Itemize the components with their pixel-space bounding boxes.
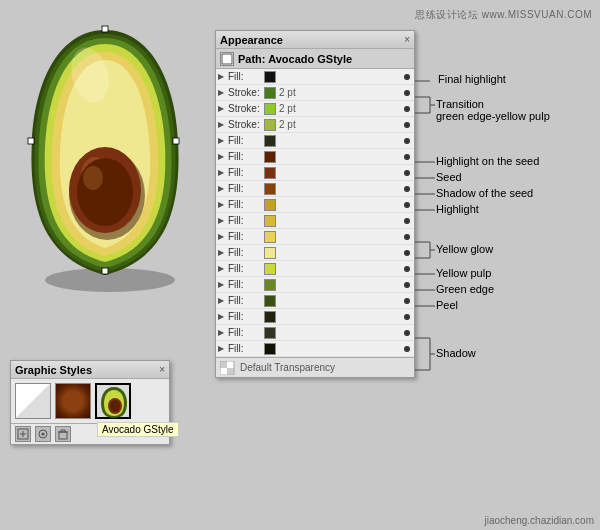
row-arrow-18: ▶ xyxy=(218,344,228,353)
appearance-row-15[interactable]: ▶ Fill: xyxy=(216,293,414,309)
svg-rect-8 xyxy=(28,138,34,144)
row-dot-6 xyxy=(404,154,410,160)
label-highlight-seed: Highlight on the seed xyxy=(436,155,539,167)
appearance-row-17[interactable]: ▶ Fill: xyxy=(216,325,414,341)
row-arrow-9: ▶ xyxy=(218,200,228,209)
row-dot-15 xyxy=(404,298,410,304)
row-dot-12 xyxy=(404,250,410,256)
row-label-18: Fill: xyxy=(228,343,264,354)
row-label-12: Fill: xyxy=(228,247,264,258)
row-arrow-13: ▶ xyxy=(218,264,228,273)
label-text-green-edge2: Green edge xyxy=(436,283,494,295)
appearance-row-1[interactable]: ▶ Fill: xyxy=(216,69,414,85)
svg-point-4 xyxy=(77,158,133,226)
new-style-icon[interactable] xyxy=(15,426,31,442)
svg-rect-20 xyxy=(227,361,234,368)
label-final-highlight: Final highlight xyxy=(436,73,508,85)
row-arrow-7: ▶ xyxy=(218,168,228,177)
label-text-peel: Peel xyxy=(436,299,458,311)
row-label-7: Fill: xyxy=(228,167,264,178)
label-text-seed: Seed xyxy=(436,171,462,183)
svg-rect-10 xyxy=(173,138,179,144)
row-swatch-4 xyxy=(264,119,276,131)
row-arrow-11: ▶ xyxy=(218,232,228,241)
label-text-final-highlight: Final highlight xyxy=(436,73,508,85)
appearance-row-11[interactable]: ▶ Fill: xyxy=(216,229,414,245)
row-swatch-2 xyxy=(264,87,276,99)
row-value-4: 2 pt xyxy=(279,119,296,130)
label-text-shadow: Shadow xyxy=(436,347,476,359)
label-transition: Transition green edge-yellow pulp xyxy=(436,98,550,122)
row-swatch-17 xyxy=(264,327,276,339)
row-swatch-8 xyxy=(264,183,276,195)
row-label-14: Fill: xyxy=(228,279,264,290)
appearance-row-2[interactable]: ▶ Stroke: 2 pt xyxy=(216,85,414,101)
row-arrow-12: ▶ xyxy=(218,248,228,257)
style-swatch-2[interactable] xyxy=(55,383,91,419)
row-swatch-1 xyxy=(264,71,276,83)
appearance-row-9[interactable]: ▶ Fill: xyxy=(216,197,414,213)
svg-rect-18 xyxy=(220,361,227,368)
row-label-5: Fill: xyxy=(228,135,264,146)
row-swatch-11 xyxy=(264,231,276,243)
appearance-close-button[interactable]: × xyxy=(404,34,410,45)
appearance-row-7[interactable]: ▶ Fill: xyxy=(216,165,414,181)
row-swatch-18 xyxy=(264,343,276,355)
appearance-row-13[interactable]: ▶ Fill: xyxy=(216,261,414,277)
appearance-row-16[interactable]: ▶ Fill: xyxy=(216,309,414,325)
graphic-styles-panel: Graphic Styles × Avocado GStyle xyxy=(10,360,170,445)
graphic-styles-close-button[interactable]: × xyxy=(159,364,165,375)
row-label-8: Fill: xyxy=(228,183,264,194)
graphic-styles-title: Graphic Styles xyxy=(15,364,92,376)
appearance-row-5[interactable]: ▶ Fill: xyxy=(216,133,414,149)
row-value-2: 2 pt xyxy=(279,87,296,98)
appearance-row-14[interactable]: ▶ Fill: xyxy=(216,277,414,293)
label-text-yellow-glow: Yellow glow xyxy=(436,243,493,255)
bottom-watermark: jiaocheng.chazidian.com xyxy=(484,515,594,526)
row-label-16: Fill: xyxy=(228,311,264,322)
row-swatch-9 xyxy=(264,199,276,211)
break-link-icon[interactable] xyxy=(35,426,51,442)
svg-rect-9 xyxy=(102,268,108,274)
row-arrow-5: ▶ xyxy=(218,136,228,145)
svg-rect-17 xyxy=(222,54,232,64)
style-swatch-3[interactable]: Avocado GStyle xyxy=(95,383,131,419)
appearance-titlebar: Appearance × xyxy=(216,31,414,49)
row-dot-4 xyxy=(404,122,410,128)
appearance-row-4[interactable]: ▶ Stroke: 2 pt xyxy=(216,117,414,133)
label-yellow-glow: Yellow glow xyxy=(436,243,493,255)
appearance-row-3[interactable]: ▶ Stroke: 2 pt xyxy=(216,101,414,117)
row-dot-16 xyxy=(404,314,410,320)
label-shadow: Shadow xyxy=(436,347,476,359)
row-dot-7 xyxy=(404,170,410,176)
appearance-row-10[interactable]: ▶ Fill: xyxy=(216,213,414,229)
row-arrow-17: ▶ xyxy=(218,328,228,337)
svg-rect-7 xyxy=(102,26,108,32)
label-text-shadow-seed: Shadow of the seed xyxy=(436,187,533,199)
label-peel: Peel xyxy=(436,299,458,311)
appearance-path-header: Path: Avocado GStyle xyxy=(216,49,414,69)
appearance-row-18[interactable]: ▶ Fill: xyxy=(216,341,414,357)
svg-point-15 xyxy=(42,433,45,436)
row-dot-2 xyxy=(404,90,410,96)
row-dot-1 xyxy=(404,74,410,80)
appearance-title: Appearance xyxy=(220,34,283,46)
appearance-row-8[interactable]: ▶ Fill: xyxy=(216,181,414,197)
svg-rect-16 xyxy=(59,432,67,439)
row-label-11: Fill: xyxy=(228,231,264,242)
svg-point-5 xyxy=(83,166,103,190)
appearance-row-12[interactable]: ▶ Fill: xyxy=(216,245,414,261)
row-swatch-13 xyxy=(264,263,276,275)
row-arrow-2: ▶ xyxy=(218,88,228,97)
style-swatch-1[interactable] xyxy=(15,383,51,419)
delete-style-icon[interactable] xyxy=(55,426,71,442)
row-dot-18 xyxy=(404,346,410,352)
row-swatch-15 xyxy=(264,295,276,307)
graphic-styles-titlebar: Graphic Styles × xyxy=(11,361,169,379)
path-label: Path: Avocado GStyle xyxy=(238,53,352,65)
appearance-panel: Appearance × Path: Avocado GStyle ▶ Fill… xyxy=(215,30,415,378)
appearance-row-6[interactable]: ▶ Fill: xyxy=(216,149,414,165)
row-arrow-16: ▶ xyxy=(218,312,228,321)
svg-rect-19 xyxy=(227,368,234,375)
row-label-3: Stroke: xyxy=(228,103,264,114)
